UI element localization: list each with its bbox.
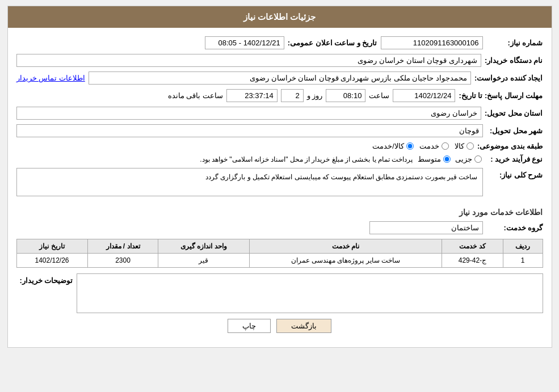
buttons-row: بازگشت چاپ	[16, 319, 543, 339]
reply-time: 08:10	[326, 89, 365, 102]
need-desc-row: شرح کلی نیاز: ساخت قیر بصورت دستمزدی مطا…	[16, 168, 543, 201]
province-label: استان محل تحویل:	[485, 109, 543, 117]
process-motavaset-label: متوسط	[418, 155, 441, 163]
buyer-notes-value	[77, 273, 543, 313]
category-khedmat-item: خدمت	[419, 142, 449, 150]
category-khedmat-radio[interactable]	[442, 142, 449, 150]
creator-value: محمدجواد حاجیان ملکی بازرس شهرداری قوچان…	[89, 71, 471, 85]
cell-row-1: 1	[503, 254, 543, 268]
city-label: شهر محل تحویل:	[486, 127, 543, 135]
col-header-code: کد خدمت	[442, 239, 503, 254]
province-row: استان محل تحویل: خراسان رضوی	[16, 107, 543, 120]
buyer-notes-row: توضیحات خریدار:	[16, 273, 543, 313]
col-header-name: نام خدمت	[249, 239, 442, 254]
reply-time-label: ساعت	[369, 91, 389, 100]
col-header-date: تاریخ نیاز	[16, 239, 87, 254]
contact-info-link[interactable]: اطلاعات تماس خریدار	[16, 74, 85, 82]
process-jezei-label: جزیی	[455, 155, 472, 163]
content-area: شماره نیاز: 1102091163000106 تاریخ و ساع…	[8, 28, 552, 347]
process-jezei-radio[interactable]	[474, 155, 482, 163]
category-kala-label: کالا	[455, 142, 464, 150]
category-kala-radio[interactable]	[466, 142, 474, 150]
col-header-count: تعداد / مقدار	[87, 239, 158, 254]
process-jezei-item: جزیی	[455, 155, 482, 163]
process-row: نوع فرآیند خرید : جزیی متوسط پرداخت تمام…	[16, 155, 543, 163]
service-group-row: گروه خدمت: ساختمان	[16, 221, 543, 234]
reply-remaining-time: 23:37:14	[226, 89, 278, 102]
cell-code-1: ج-42-429	[442, 254, 503, 268]
category-kala-item: کالا	[455, 142, 474, 150]
need-number-row: شماره نیاز: 1102091163000106 تاریخ و ساع…	[16, 36, 543, 49]
page-wrapper: جزئیات اطلاعات نیاز شماره نیاز: 11020911…	[7, 6, 552, 348]
service-group-value: ساختمان	[369, 221, 483, 234]
cell-date-1: 1402/12/26	[16, 254, 87, 268]
reply-deadline-label: مهلت ارسال پاسخ: تا تاریخ:	[459, 91, 543, 100]
reply-remaining-label: ساعت باقی مانده	[168, 91, 223, 100]
cell-name-1: ساخت سایر پروژه‌های مهندسی عمران	[249, 254, 442, 268]
city-row: شهر محل تحویل: قوچان	[16, 124, 543, 137]
buyer-notes-label: توضیحات خریدار:	[16, 273, 73, 285]
category-kala-khedmat-item: کالا/خدمت	[372, 142, 414, 150]
col-header-row: ردیف	[503, 239, 543, 254]
process-motavaset-radio[interactable]	[443, 155, 451, 163]
category-row: طبقه بندی موضوعی: کالا خدمت کالا/خدمت	[16, 142, 543, 150]
reply-date: 1402/12/24	[393, 89, 455, 102]
buyer-org-label: نام دستگاه خریدار:	[485, 56, 543, 65]
reply-days-label: روز و	[307, 91, 323, 100]
need-number-value: 1102091163000106	[381, 36, 483, 49]
need-number-label: شماره نیاز:	[486, 39, 543, 47]
process-label: نوع فرآیند خرید :	[486, 155, 543, 163]
table-row: 1 ج-42-429 ساخت سایر پروژه‌های مهندسی عم…	[16, 254, 543, 268]
service-group-label: گروه خدمت:	[486, 224, 543, 232]
announcement-label: تاریخ و ساعت اعلان عمومی:	[288, 39, 377, 47]
print-button[interactable]: چاپ	[228, 319, 271, 333]
creator-row: ایجاد کننده درخواست: محمدجواد حاجیان ملک…	[16, 71, 543, 85]
category-khedmat-label: خدمت	[419, 142, 439, 150]
category-kala-khedmat-label: کالا/خدمت	[372, 142, 404, 150]
cell-unit-1: قیر	[158, 254, 249, 268]
announcement-value: 1402/12/21 - 08:05	[205, 36, 284, 49]
category-kala-khedmat-radio[interactable]	[406, 142, 414, 150]
reply-days: 2	[281, 89, 304, 102]
reply-deadline-row: مهلت ارسال پاسخ: تا تاریخ: 1402/12/24 سا…	[16, 89, 543, 102]
buyer-org-value: شهرداری قوچان استان خراسان رضوی	[16, 54, 481, 67]
category-radio-group: کالا خدمت کالا/خدمت	[16, 142, 474, 150]
need-desc-label: شرح کلی نیاز:	[486, 168, 543, 179]
back-button[interactable]: بازگشت	[276, 319, 331, 333]
cell-count-1: 2300	[87, 254, 158, 268]
services-section-label: اطلاعات خدمات مورد نیاز	[16, 208, 543, 217]
buyer-org-row: نام دستگاه خریدار: شهرداری قوچان استان خ…	[16, 54, 543, 67]
services-table: ردیف کد خدمت نام خدمت واحد اندازه گیری ت…	[16, 239, 543, 268]
page-title: جزئیات اطلاعات نیاز	[8, 6, 552, 28]
city-value: قوچان	[16, 124, 483, 137]
creator-label: ایجاد کننده درخواست:	[474, 74, 543, 82]
process-desc: پرداخت تمام یا بخشی از مبلغ خریدار از مح…	[16, 155, 413, 163]
process-motavaset-item: متوسط	[418, 155, 451, 163]
col-header-unit: واحد اندازه گیری	[158, 239, 249, 254]
province-value: خراسان رضوی	[16, 107, 481, 120]
category-label: طبقه بندی موضوعی:	[477, 142, 543, 150]
need-desc-value: ساخت قیر بصورت دستمزدی مطابق استعلام پیو…	[16, 168, 483, 196]
